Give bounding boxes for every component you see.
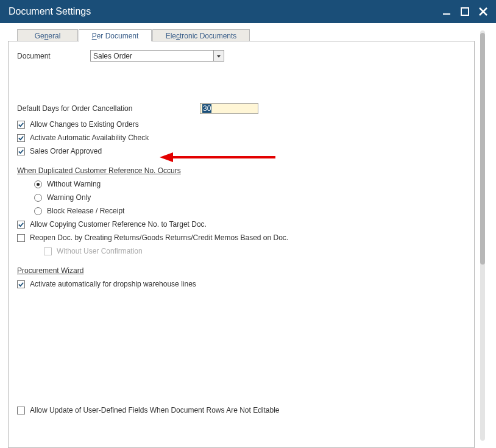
chevron-down-icon <box>213 51 224 61</box>
tab-general-label-post: eral <box>48 32 60 40</box>
per-document-panel: Document Sales Order Default Days for Or… <box>8 41 475 448</box>
activate-auto-label: Activate Automatic Availability Check <box>30 133 149 142</box>
activate-dropship-checkbox[interactable] <box>17 280 25 288</box>
titlebar: Document Settings <box>0 0 496 23</box>
window-title: Document Settings <box>9 6 435 17</box>
maximize-icon[interactable] <box>458 5 472 18</box>
sales-approved-checkbox[interactable] <box>17 148 25 155</box>
dup-ref-heading: When Duplicated Customer Reference No. O… <box>17 166 466 175</box>
sales-approved-label: Sales Order Approved <box>30 147 102 155</box>
scrollbar-thumb[interactable] <box>480 33 485 265</box>
svg-marker-4 <box>217 55 221 57</box>
tab-electronic-documents[interactable]: Electronic Documents <box>152 29 250 41</box>
document-label: Document <box>17 52 90 60</box>
dup-ref-opt2-label: Warning Only <box>47 193 91 202</box>
allow-udf-label: Allow Update of User-Defined Fields When… <box>30 406 280 414</box>
default-days-label: Default Days for Order Cancellation <box>17 104 200 113</box>
proc-wizard-heading: Procurement Wizard <box>17 266 466 275</box>
tab-elec-label-pre: Ele <box>166 32 176 40</box>
tab-per-document[interactable]: Per Document <box>79 29 152 41</box>
dup-ref-opt3-label: Block Release / Receipt <box>47 207 124 215</box>
tabs: General Per Document Electronic Document… <box>17 29 477 41</box>
allow-udf-checkbox[interactable] <box>17 407 25 414</box>
activate-auto-checkbox[interactable] <box>17 134 25 142</box>
dup-ref-opt1-label: Without Warning <box>47 180 101 188</box>
default-days-value: 30 <box>202 104 211 113</box>
allow-copy-ref-label: Allow Copying Customer Reference No. to … <box>30 220 207 229</box>
close-icon[interactable] <box>477 5 490 18</box>
activate-dropship-label: Activate automatically for dropship ware… <box>30 280 196 288</box>
tab-general[interactable]: General <box>17 29 78 41</box>
dup-ref-warning-only-radio[interactable] <box>34 194 42 202</box>
allow-changes-label: Allow Changes to Existing Orders <box>30 120 139 129</box>
reopen-doc-checkbox[interactable] <box>17 234 25 242</box>
scrollbar[interactable] <box>480 30 485 441</box>
document-select[interactable]: Sales Order <box>90 50 224 62</box>
reopen-doc-label: Reopen Doc. by Creating Returns/Goods Re… <box>30 233 288 242</box>
svg-rect-1 <box>461 8 469 15</box>
document-select-value: Sales Order <box>93 52 132 60</box>
without-confirm-checkbox <box>44 247 52 255</box>
allow-changes-checkbox[interactable] <box>17 121 25 129</box>
default-days-input[interactable]: 30 <box>200 103 258 114</box>
minimize-icon[interactable] <box>440 5 453 18</box>
tab-per-doc-label: er Document <box>97 32 139 40</box>
without-confirm-label: Without User Confirmation <box>57 247 143 255</box>
allow-copy-ref-checkbox[interactable] <box>17 221 25 229</box>
dup-ref-block-radio[interactable] <box>34 207 42 215</box>
dup-ref-without-warning-radio[interactable] <box>34 180 42 188</box>
tab-elec-label-post: tronic Documents <box>180 32 236 40</box>
tab-per-doc-accel: P <box>92 32 97 40</box>
tab-general-label-pre: Ge <box>35 32 44 40</box>
